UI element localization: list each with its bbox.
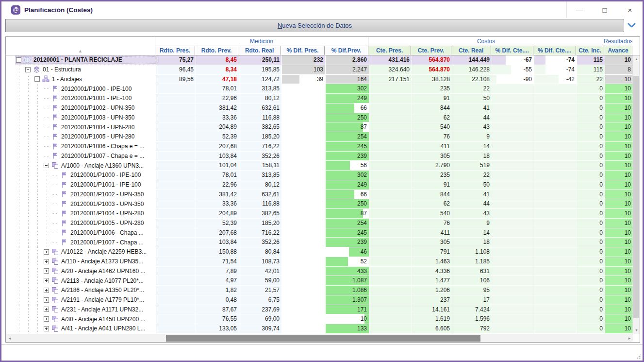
cell-av[interactable]: 10: [605, 113, 633, 122]
cell-rr[interactable]: 69,00: [239, 314, 282, 324]
tree-row[interactable]: A/10122 - Anclaje A2259 HEB3...150,8880,…: [6, 247, 633, 257]
cell-dv[interactable]: 249: [326, 180, 369, 190]
cell-rr[interactable]: 80,84: [239, 247, 282, 257]
cell-d1[interactable]: -90: [492, 75, 534, 84]
cell-d1[interactable]: [492, 171, 534, 180]
cell-av[interactable]: 10: [605, 219, 633, 228]
cell-rr[interactable]: 237,69: [239, 305, 282, 314]
cell-av[interactable]: 10: [605, 209, 633, 218]
cell-ci[interactable]: 0: [577, 267, 605, 276]
cell-d1[interactable]: [492, 324, 534, 333]
cell-d1[interactable]: [492, 219, 534, 228]
tree-cell[interactable]: A/30 - Anclaje A1450 UPN200 ...: [15, 314, 156, 324]
cell-dp[interactable]: [282, 199, 326, 208]
tree-row[interactable]: 20120001/P1007 - Chapa e = ...103,84352,…: [6, 152, 633, 161]
cell-dp[interactable]: [282, 113, 326, 122]
cell-cv[interactable]: 76: [412, 219, 452, 228]
cell-rv[interactable]: 7,89: [196, 267, 239, 276]
cell-cp[interactable]: [369, 257, 412, 266]
collapse-icon[interactable]: [44, 163, 49, 168]
cell-rp[interactable]: [156, 190, 196, 199]
tree-column-header[interactable]: ▲: [6, 37, 155, 55]
cell-rp[interactable]: [156, 152, 196, 161]
cell-cr[interactable]: 1.108: [452, 247, 492, 257]
cell-cr[interactable]: 44: [452, 113, 492, 122]
cell-ci[interactable]: 0: [577, 276, 605, 285]
expand-icon[interactable]: [44, 316, 49, 322]
tree-row[interactable]: A/2113 - Anclaje A1077 PL20*...4,9759,00…: [6, 276, 633, 286]
cell-ci[interactable]: 0: [577, 209, 605, 218]
cell-rp[interactable]: 75,27: [156, 55, 196, 65]
collapse-icon[interactable]: [16, 57, 21, 63]
cell-cr[interactable]: 106: [452, 276, 492, 285]
cell-ci[interactable]: 0: [577, 132, 605, 141]
cell-d2[interactable]: [534, 305, 577, 314]
cell-av[interactable]: 10: [605, 142, 633, 151]
cell-rr[interactable]: 352,26: [239, 238, 282, 247]
cell-cp[interactable]: [369, 84, 412, 93]
cell-rr[interactable]: 59,00: [239, 276, 282, 285]
vertical-scroll-thumb[interactable]: [633, 76, 639, 318]
cell-dv[interactable]: 87: [326, 209, 369, 218]
cell-cr[interactable]: 792: [452, 324, 492, 333]
cell-dp[interactable]: [282, 94, 326, 103]
cell-cr[interactable]: 44: [452, 199, 492, 208]
cell-rr[interactable]: 716,22: [239, 142, 282, 151]
cell-rp[interactable]: [156, 286, 196, 295]
cell-dv[interactable]: 164: [326, 75, 369, 84]
cell-ci[interactable]: 0: [577, 171, 605, 180]
cell-ci[interactable]: 0: [577, 103, 605, 113]
cell-d1[interactable]: [492, 257, 534, 266]
tree-row[interactable]: 20120001/P1004 - UPN-280204,89382,658754…: [6, 122, 633, 132]
cell-dv[interactable]: 245: [326, 228, 369, 238]
tree-cell[interactable]: A/10122 - Anclaje A2259 HEB3...: [15, 247, 156, 257]
cell-cv[interactable]: 235: [412, 84, 452, 93]
cell-d1[interactable]: [492, 305, 534, 314]
cell-rr[interactable]: 124,72: [239, 75, 282, 84]
vertical-scrollbar[interactable]: ▴ ▾: [632, 55, 640, 334]
cell-dv[interactable]: 2.860: [326, 55, 369, 65]
column-header-dv[interactable]: % Dif.Prev.: [325, 46, 368, 55]
cell-cv[interactable]: 305: [412, 238, 452, 247]
collapse-icon[interactable]: [25, 67, 31, 72]
cell-av[interactable]: 10: [605, 190, 633, 199]
cell-cp[interactable]: [369, 286, 412, 295]
tree-cell[interactable]: 20120001/P1004 - UPN-280: [15, 122, 156, 132]
cell-d1[interactable]: [492, 132, 534, 141]
cell-cv[interactable]: 540: [412, 209, 452, 218]
cell-cv[interactable]: 1.619: [412, 314, 452, 324]
cell-dv[interactable]: 302: [326, 171, 369, 180]
scroll-left-arrow[interactable]: ◂: [6, 334, 14, 342]
tree-row[interactable]: 20120001/P1006 - Chapa ...207,68716,2224…: [6, 228, 633, 238]
cell-ci[interactable]: 0: [577, 238, 605, 247]
cell-rr[interactable]: 632,61: [239, 190, 282, 199]
cell-dp[interactable]: [282, 161, 326, 170]
cell-dp[interactable]: 232: [282, 55, 326, 65]
cell-d1[interactable]: [492, 267, 534, 276]
cell-dv[interactable]: 56: [326, 161, 369, 170]
cell-cr[interactable]: 7.424: [452, 305, 492, 314]
new-data-selection-button[interactable]: Nueva Selección de Datos: [5, 19, 624, 32]
cell-rp[interactable]: [156, 94, 196, 103]
cell-dp[interactable]: [282, 276, 326, 285]
tree-cell[interactable]: 20120001/P1000 - IPE-100: [15, 84, 156, 93]
cell-ci[interactable]: 0: [577, 180, 605, 190]
tree-cell[interactable]: A/231 - Anclaje A1171 UPN32...: [15, 305, 156, 314]
cell-d1[interactable]: [492, 103, 534, 113]
cell-av[interactable]: 10: [605, 180, 633, 190]
cell-rp[interactable]: [156, 324, 196, 333]
cell-cp[interactable]: 324.640: [369, 65, 412, 74]
cell-cv[interactable]: 14.161: [412, 305, 452, 314]
cell-dv[interactable]: 433: [326, 267, 369, 276]
cell-rv[interactable]: 76,55: [196, 314, 239, 324]
cell-rp[interactable]: [156, 247, 196, 257]
cell-rr[interactable]: 80,12: [239, 180, 282, 190]
cell-d2[interactable]: [534, 122, 577, 132]
cell-ci[interactable]: 0: [577, 324, 605, 333]
cell-cr[interactable]: 18: [452, 238, 492, 247]
cell-rp[interactable]: 89,56: [156, 75, 196, 84]
cell-cr[interactable]: 144.449: [452, 55, 492, 65]
cell-av[interactable]: 10: [605, 199, 633, 208]
cell-cr[interactable]: 14: [452, 228, 492, 238]
cell-cp[interactable]: [369, 305, 412, 314]
